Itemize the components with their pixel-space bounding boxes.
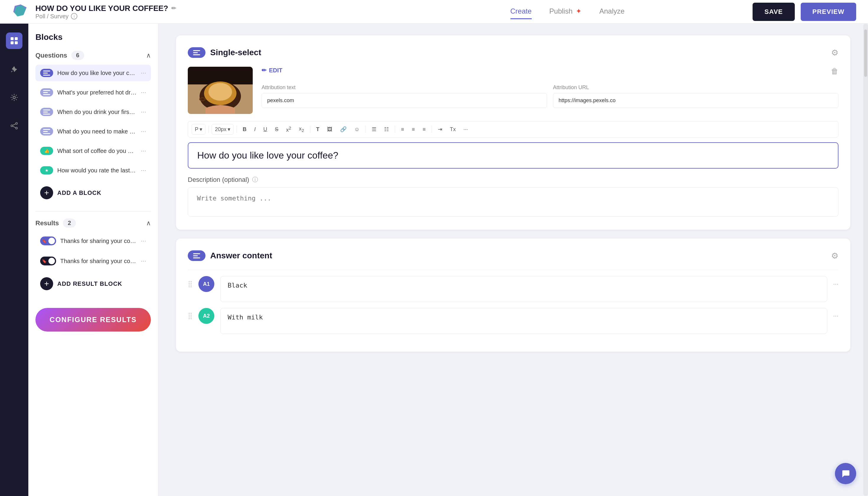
abl1 <box>193 253 200 254</box>
question-menu-1[interactable]: ··· <box>141 69 146 77</box>
toolbar-strikethrough[interactable]: S <box>272 125 281 134</box>
single-select-settings-icon[interactable]: ⚙ <box>831 48 838 58</box>
toolbar-indent[interactable]: ⇥ <box>435 124 445 134</box>
bl1 <box>193 50 200 51</box>
attribution-url-input[interactable] <box>553 93 838 108</box>
edit-title-icon[interactable]: ✏ <box>171 5 176 12</box>
answer-content-title: Answer content <box>210 251 272 260</box>
pin-icon <box>10 65 18 73</box>
question-item-1[interactable]: How do you like love your coff... ··· <box>35 65 151 81</box>
toolbar-paragraph-dropdown[interactable]: P ▾ <box>191 124 205 135</box>
attribution-text-input[interactable] <box>262 93 547 108</box>
toolbar-text-color[interactable]: T <box>313 125 322 134</box>
add-result-block-button[interactable]: + ADD RESULT BLOCK <box>35 273 151 295</box>
answer-input-2[interactable]: With milk <box>220 308 827 334</box>
drag-handle-2[interactable]: ⣿ <box>188 308 192 320</box>
grid-icon <box>10 36 18 45</box>
answer-settings-icon[interactable]: ⚙ <box>831 251 838 261</box>
align-center-icon: ≡ <box>412 126 415 133</box>
description-info-icon[interactable]: ⓘ <box>252 176 258 184</box>
edit-label: EDIT <box>269 67 282 74</box>
answer-badge-lines <box>193 253 200 258</box>
toolbar-superscript[interactable]: x2 <box>283 124 294 135</box>
preview-button[interactable]: PREVIEW <box>801 3 856 21</box>
toolbar-more[interactable]: ··· <box>461 125 471 134</box>
toolbar-italic[interactable]: I <box>251 125 259 134</box>
questions-count: 6 <box>72 51 84 60</box>
question-menu-3[interactable]: ··· <box>141 108 146 116</box>
align-left-icon: ≡ <box>401 126 404 133</box>
result-toggle-1[interactable]: 🔖 <box>40 236 56 245</box>
sidebar-icon-pin[interactable] <box>6 61 22 77</box>
delete-image-button[interactable]: 🗑 <box>831 67 838 76</box>
save-button[interactable]: SAVE <box>753 3 794 21</box>
svg-line-12 <box>13 126 16 128</box>
logo-area: HOW DO YOU LIKE YOUR COFFEE? ✏ Poll / Su… <box>12 3 382 21</box>
toolbar-image[interactable]: 🖼 <box>324 125 336 134</box>
svg-point-17 <box>208 83 232 101</box>
toolbar-bold[interactable]: B <box>240 125 249 134</box>
drag-handle-1[interactable]: ⣿ <box>188 276 192 288</box>
edit-image-button[interactable]: ✏ EDIT <box>262 67 282 74</box>
toolbar-emoji[interactable]: ☺ <box>351 125 362 134</box>
sidebar-icon-settings[interactable] <box>6 89 22 106</box>
question-item-2[interactable]: What's your preferred hot drin... ··· <box>35 84 151 101</box>
result-menu-1[interactable]: ··· <box>141 237 146 245</box>
result-toggle-2[interactable]: 🔖 <box>40 257 56 265</box>
toolbar-clear-format[interactable]: Tx <box>447 125 459 134</box>
question-text-4: What do you need to make yo... <box>57 128 137 135</box>
question-item-4[interactable]: What do you need to make yo... ··· <box>35 123 151 140</box>
toolbar-align-center[interactable]: ≡ <box>409 125 418 134</box>
results-section-header: Results 2 ∧ <box>35 218 151 228</box>
result-text-2: Thanks for sharing your coffe... <box>60 258 137 265</box>
line1 <box>43 110 50 110</box>
scrollbar[interactable] <box>863 24 868 496</box>
lines-icon-3 <box>43 110 50 114</box>
add-result-label: ADD RESULT BLOCK <box>57 280 122 287</box>
toolbar-align-right[interactable]: ≡ <box>420 125 429 134</box>
results-label: Results <box>35 219 59 227</box>
question-input[interactable]: How do you like love your coffee? <box>188 142 838 169</box>
question-item-3[interactable]: When do you drink your first c... ··· <box>35 104 151 120</box>
answer-menu-1[interactable]: ··· <box>833 276 838 288</box>
sidebar-icon-share[interactable] <box>6 118 22 134</box>
toolbar-align-left[interactable]: ≡ <box>398 125 407 134</box>
result-menu-2[interactable]: ··· <box>141 257 146 265</box>
tab-analyze[interactable]: Analyze <box>599 4 624 19</box>
toolbar-numbered-list[interactable]: ☷ <box>381 124 392 134</box>
configure-results-button[interactable]: CONFIGURE RESULTS <box>35 308 151 331</box>
toolbar-link[interactable]: 🔗 <box>337 124 350 134</box>
sidebar-icon-blocks[interactable] <box>6 32 22 49</box>
answer-input-1[interactable]: Black <box>220 276 827 302</box>
results-collapse-icon[interactable]: ∧ <box>146 219 151 227</box>
answer-menu-2[interactable]: ··· <box>833 308 838 320</box>
toolbar-subscript[interactable]: x2 <box>296 124 307 135</box>
add-block-icon: + <box>40 186 53 199</box>
description-input[interactable] <box>188 187 838 217</box>
line2 <box>43 112 48 112</box>
add-block-button[interactable]: + ADD A BLOCK <box>35 182 151 204</box>
toolbar-fontsize-dropdown[interactable]: 20px ▾ <box>212 124 234 135</box>
line1 <box>43 71 50 72</box>
question-item-6[interactable]: ★ How would you rate the last c... ··· <box>35 162 151 179</box>
top-navigation: HOW DO YOU LIKE YOUR COFFEE? ✏ Poll / Su… <box>0 0 868 24</box>
chat-bubble[interactable] <box>835 463 856 484</box>
result-item-1[interactable]: 🔖 Thanks for sharing your coffe... ··· <box>35 232 151 249</box>
toolbar-underline[interactable]: U <box>260 125 270 134</box>
result-item-2[interactable]: 🔖 Thanks for sharing your coffe... ··· <box>35 252 151 269</box>
toolbar-bullet-list[interactable]: ☰ <box>369 124 379 134</box>
question-item-5[interactable]: 👍 What sort of coffee do you or... ··· <box>35 143 151 159</box>
scrollbar-thumb <box>864 30 867 77</box>
info-icon[interactable]: i <box>71 13 77 19</box>
question-menu-6[interactable]: ··· <box>141 167 146 174</box>
tab-publish[interactable]: Publish ✦ <box>549 4 582 19</box>
question-menu-5[interactable]: ··· <box>141 147 146 155</box>
question-menu-2[interactable]: ··· <box>141 89 146 96</box>
questions-collapse-icon[interactable]: ∧ <box>146 52 151 59</box>
survey-title-text: HOW DO YOU LIKE YOUR COFFEE? <box>35 4 168 13</box>
toggle-knob-1 <box>48 238 55 244</box>
svg-point-10 <box>11 125 13 127</box>
tab-create[interactable]: Create <box>510 4 532 19</box>
question-menu-4[interactable]: ··· <box>141 127 146 135</box>
indent-icon: ⇥ <box>438 126 442 133</box>
